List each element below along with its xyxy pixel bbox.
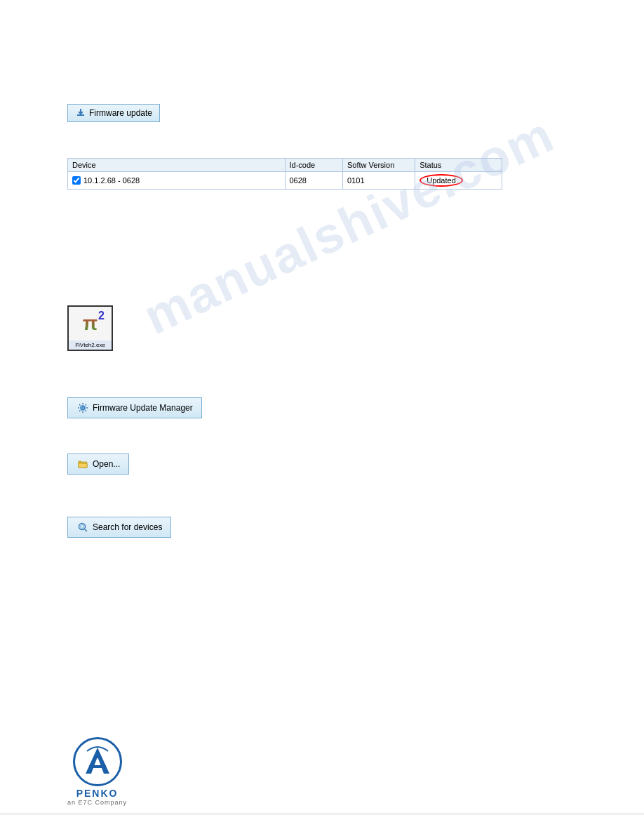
status-cell: Updated <box>415 172 502 190</box>
exe-icon[interactable]: π 2 FiVteh2.exe <box>67 305 113 351</box>
firmware-update-button[interactable]: Firmware update <box>67 104 160 122</box>
firmware-update-label: Firmware update <box>89 108 152 118</box>
penko-name: PENKO <box>76 788 119 799</box>
svg-line-6 <box>85 529 88 532</box>
download-icon <box>75 107 86 119</box>
col-header-device: Device <box>68 159 286 172</box>
device-name: 10.1.2.68 - 0628 <box>83 176 140 185</box>
exe-graphic: π 2 <box>69 307 112 340</box>
table-row: 10.1.2.68 - 0628 0628 0101 Updated <box>68 172 502 190</box>
penko-logo-svg <box>80 744 115 779</box>
device-cell: 10.1.2.68 - 0628 <box>68 172 286 190</box>
watermark: manualshive.com <box>135 105 562 345</box>
idcode-cell: 0628 <box>285 172 343 190</box>
bottom-divider <box>0 814 644 814</box>
search-devices-label: Search for devices <box>93 522 162 532</box>
firmware-update-manager-button[interactable]: Firmware Update Manager <box>67 397 202 418</box>
penko-subtitle: an E7C Company <box>67 799 127 806</box>
col-header-idcode: Id-code <box>285 159 343 172</box>
exe-icon-container[interactable]: π 2 FiVteh2.exe <box>67 305 113 351</box>
col-header-status: Status <box>415 159 502 172</box>
exe-filename: FiVteh2.exe <box>69 340 112 350</box>
svg-point-5 <box>79 524 86 530</box>
svg-rect-10 <box>89 765 106 768</box>
svg-point-7 <box>81 525 84 529</box>
device-checkbox[interactable] <box>72 176 81 185</box>
search-icon <box>76 521 89 534</box>
device-table-container: Device Id-code Softw Version Status 10.1… <box>67 158 502 190</box>
pi-symbol: π <box>83 312 98 335</box>
svg-point-4 <box>81 406 84 409</box>
svg-rect-2 <box>80 109 81 112</box>
status-badge: Updated <box>420 174 463 187</box>
open-button[interactable]: Open... <box>67 454 129 475</box>
penko-logo-circle <box>73 737 122 786</box>
open-label: Open... <box>93 459 120 469</box>
cog-icon <box>76 402 89 414</box>
softw-version-cell: 0101 <box>343 172 415 190</box>
col-header-softw: Softw Version <box>343 159 415 172</box>
search-devices-button[interactable]: Search for devices <box>67 517 171 538</box>
firmware-mgr-label: Firmware Update Manager <box>93 403 193 413</box>
folder-icon <box>76 458 89 470</box>
svg-marker-9 <box>94 748 101 758</box>
device-table: Device Id-code Softw Version Status 10.1… <box>67 158 502 190</box>
penko-logo: PENKO an E7C Company <box>67 737 127 806</box>
superscript-icon: 2 <box>98 310 105 322</box>
